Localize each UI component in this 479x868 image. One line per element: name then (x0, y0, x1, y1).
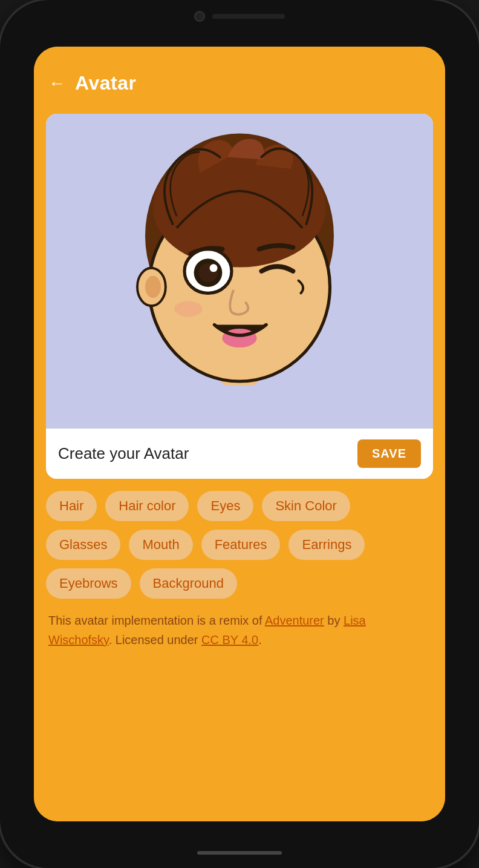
attribution-prefix: This avatar implementation is a remix of (48, 614, 265, 627)
svg-point-11 (174, 301, 203, 317)
app-header: ← Avatar (34, 65, 445, 104)
chip-hair-color[interactable]: Hair color (105, 491, 189, 521)
chip-skin-color[interactable]: Skin Color (262, 491, 350, 521)
chip-glasses[interactable]: Glasses (46, 530, 120, 560)
speaker-grille (212, 14, 285, 19)
attribution-end: . (258, 633, 262, 646)
avatar-create-label: Create your Avatar (58, 444, 189, 463)
camera-lens (194, 11, 205, 22)
chip-features[interactable]: Features (201, 530, 281, 560)
chip-background[interactable]: Background (140, 568, 237, 599)
avatar-preview-area (46, 114, 433, 429)
adventurer-link[interactable]: Adventurer (265, 614, 324, 627)
attribution-license-prefix: . Licensed under (109, 633, 201, 646)
attribution-by: by (324, 614, 344, 627)
svg-point-9 (210, 264, 218, 272)
chip-hair[interactable]: Hair (46, 491, 97, 521)
save-button[interactable]: SAVE (357, 439, 421, 468)
license-link[interactable]: CC BY 4.0 (201, 633, 258, 646)
avatar-card: Create your Avatar SAVE (46, 114, 433, 479)
header-title: Avatar (75, 72, 136, 94)
chip-eyebrows[interactable]: Eyebrows (46, 568, 131, 599)
chip-eyes[interactable]: Eyes (197, 491, 253, 521)
main-content: Create your Avatar SAVE HairHair colorEy… (34, 104, 445, 821)
back-button[interactable]: ← (48, 75, 65, 92)
chip-mouth[interactable]: Mouth (129, 530, 192, 560)
phone-frame: ← Avatar (0, 0, 479, 868)
phone-screen: ← Avatar (34, 47, 445, 821)
notch-area (194, 11, 285, 22)
avatar-bottom-bar: Create your Avatar SAVE (46, 429, 433, 479)
attribution-text: This avatar implementation is a remix of… (46, 611, 433, 649)
home-indicator[interactable] (197, 851, 282, 855)
status-bar (34, 47, 445, 65)
avatar-illustration (46, 114, 433, 429)
svg-point-4 (145, 276, 161, 298)
attribute-chips: HairHair colorEyesSkin ColorGlassesMouth… (46, 491, 433, 599)
chip-earrings[interactable]: Earrings (288, 530, 365, 560)
